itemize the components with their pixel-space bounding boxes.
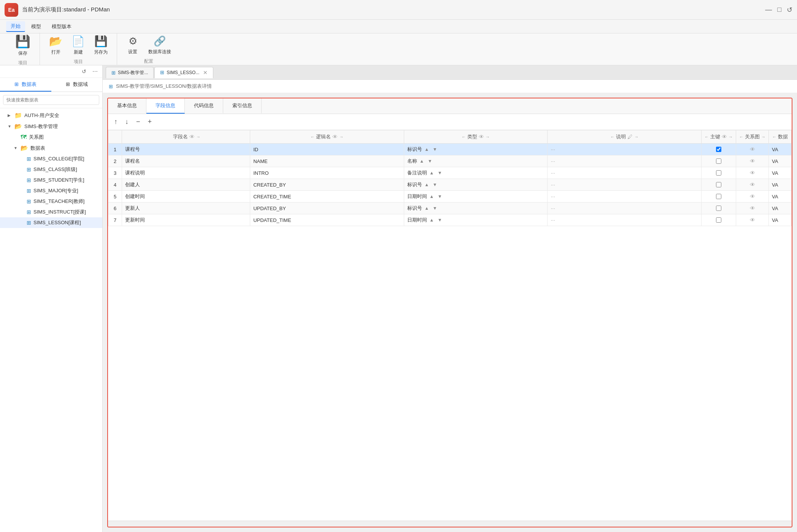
cell-pk[interactable] — [702, 167, 736, 179]
type-down-arrow[interactable]: ▼ — [437, 217, 443, 223]
tree-item-tables[interactable]: ▼ 📂 数据表 — [0, 142, 102, 154]
th-pk-left[interactable]: ← — [705, 135, 709, 139]
cell-desc[interactable]: ··· — [548, 179, 702, 191]
table-row[interactable]: 1 课程号 ID 标识号 ▲ ▼ ··· 👁 VA — [108, 144, 792, 155]
cell-fieldname[interactable]: 更新人 — [122, 203, 250, 214]
th-desc-eye[interactable]: 🖊 — [627, 134, 633, 140]
pk-checkbox[interactable] — [716, 182, 721, 187]
type-up-arrow[interactable]: ▲ — [428, 170, 435, 176]
cell-rel[interactable]: 👁 — [736, 155, 769, 167]
cell-rel[interactable]: 👁 — [736, 179, 769, 191]
tree-item-sims[interactable]: ▼ 📂 SIMS-教学管理 — [0, 121, 102, 132]
cell-rel[interactable]: 👁 — [736, 167, 769, 179]
th-logical-left[interactable]: ← — [310, 135, 314, 139]
cell-rel[interactable]: 👁 — [736, 214, 769, 226]
type-down-arrow[interactable]: ▼ — [437, 170, 443, 176]
th-pk-right[interactable]: → — [729, 135, 733, 139]
desc-dots[interactable]: ··· — [551, 193, 555, 200]
tree-item-relation[interactable]: ▶ 🗺 关系图 — [0, 132, 102, 142]
rel-eye-icon[interactable]: 👁 — [750, 193, 755, 200]
rel-eye-icon[interactable]: 👁 — [750, 205, 755, 211]
cell-type[interactable]: 名称 ▲ ▼ — [404, 155, 548, 167]
cell-desc[interactable]: ··· — [548, 144, 702, 155]
desc-dots[interactable]: ··· — [551, 158, 555, 164]
th-fieldname-eye[interactable]: 👁 — [189, 134, 195, 140]
pk-checkbox[interactable] — [716, 170, 721, 176]
cell-rel[interactable]: 👁 — [736, 203, 769, 214]
tree-item-instruct[interactable]: ⊞ SIMS_INSTRUCT[授课] — [0, 207, 102, 217]
tree-item-college[interactable]: ⊞ SIMS_COLLEGE[学院] — [0, 154, 102, 164]
tab-datafield[interactable]: ⊞ 数据域 — [51, 78, 103, 92]
tab-lesson[interactable]: ⊞ SIMS_LESSO... ✕ — [154, 67, 213, 78]
open-button[interactable]: 📂 打开 — [46, 33, 65, 57]
menu-version[interactable]: 模型版本 — [47, 22, 76, 32]
menu-model[interactable]: 模型 — [27, 22, 46, 32]
cell-desc[interactable]: ··· — [548, 191, 702, 203]
tab-lesson-close[interactable]: ✕ — [203, 70, 208, 76]
type-up-arrow[interactable]: ▲ — [423, 182, 430, 187]
add-field-button[interactable]: + — [146, 117, 154, 127]
th-fieldname-right[interactable]: → — [196, 135, 200, 139]
type-down-arrow[interactable]: ▼ — [437, 194, 443, 199]
window-controls[interactable]: — □ ↺ — [765, 6, 792, 14]
type-up-arrow[interactable]: ▲ — [428, 194, 435, 199]
rel-eye-icon[interactable]: 👁 — [750, 158, 755, 164]
tree-item-class[interactable]: ⊞ SIMS_CLASS[班级] — [0, 164, 102, 175]
save-button[interactable]: 💾 保存 — [12, 33, 33, 58]
cell-pk[interactable] — [702, 203, 736, 214]
cell-desc[interactable]: ··· — [548, 203, 702, 214]
delete-field-button[interactable]: − — [135, 117, 142, 127]
pk-checkbox[interactable] — [716, 194, 721, 199]
table-row[interactable]: 7 更新时间 UPDATED_TIME 日期时间 ▲ ▼ ··· 👁 VA — [108, 214, 792, 226]
th-type-right[interactable]: → — [486, 135, 490, 139]
sidebar-refresh-button[interactable]: ↺ — [80, 68, 88, 75]
sidebar-dots-button[interactable]: ⋯ — [91, 68, 99, 75]
cell-logicalname[interactable]: CREATED_TIME — [250, 191, 404, 203]
move-up-button[interactable]: ↑ — [113, 117, 119, 127]
table-row[interactable]: 2 课程名 NAME 名称 ▲ ▼ ··· 👁 VA — [108, 155, 792, 167]
desc-dots[interactable]: ··· — [551, 170, 555, 176]
type-down-arrow[interactable]: ▼ — [432, 206, 438, 211]
cell-fieldname[interactable]: 课程说明 — [122, 167, 250, 179]
cell-fieldname[interactable]: 课程号 — [122, 144, 250, 155]
th-desc-left[interactable]: ← — [610, 135, 614, 139]
tab-datatable[interactable]: ⊞ 数据表 — [0, 78, 51, 92]
tree-item-teacher[interactable]: ⊞ SIMS_TEACHER[教师] — [0, 196, 102, 207]
refresh-button[interactable]: ↺ — [787, 6, 792, 14]
cell-fieldname[interactable]: 创建人 — [122, 179, 250, 191]
desc-dots[interactable]: ··· — [551, 205, 555, 211]
cell-type[interactable]: 日期时间 ▲ ▼ — [404, 191, 548, 203]
type-up-arrow[interactable]: ▲ — [423, 147, 430, 152]
inner-tab-index[interactable]: 索引信息 — [223, 98, 262, 114]
cell-fieldname[interactable]: 更新时间 — [122, 214, 250, 226]
th-data-left[interactable]: ← — [772, 135, 776, 139]
th-type-left[interactable]: ← — [462, 135, 466, 139]
th-desc-right[interactable]: → — [634, 135, 638, 139]
cell-pk[interactable] — [702, 214, 736, 226]
cell-desc[interactable]: ··· — [548, 214, 702, 226]
dbconnect-button[interactable]: 🔗 数据库连接 — [145, 34, 174, 57]
th-pk-eye[interactable]: 👁 — [722, 134, 727, 140]
rel-eye-icon[interactable]: 👁 — [750, 146, 755, 152]
cell-type[interactable]: 标识号 ▲ ▼ — [404, 144, 548, 155]
scrollbar-area[interactable] — [108, 521, 792, 527]
cell-desc[interactable]: ··· — [548, 167, 702, 179]
cell-type[interactable]: 标识号 ▲ ▼ — [404, 179, 548, 191]
cell-desc[interactable]: ··· — [548, 155, 702, 167]
cell-pk[interactable] — [702, 144, 736, 155]
th-type-eye[interactable]: 👁 — [479, 134, 484, 140]
maximize-button[interactable]: □ — [777, 6, 781, 14]
th-logical-right[interactable]: → — [339, 135, 343, 139]
cell-rel[interactable]: 👁 — [736, 191, 769, 203]
cell-type[interactable]: 日期时间 ▲ ▼ — [404, 214, 548, 226]
search-input[interactable] — [3, 95, 99, 105]
cell-type[interactable]: 备注说明 ▲ ▼ — [404, 167, 548, 179]
settings-button[interactable]: ⚙ 设置 — [123, 34, 142, 57]
table-row[interactable]: 6 更新人 UPDATED_BY 标识号 ▲ ▼ ··· 👁 VA — [108, 203, 792, 214]
cell-fieldname[interactable]: 创建时间 — [122, 191, 250, 203]
tab-mgmt[interactable]: ⊞ SIMS-教学管... — [106, 67, 154, 78]
pk-checkbox[interactable] — [716, 158, 721, 164]
th-rel-right[interactable]: → — [761, 135, 765, 139]
type-down-arrow[interactable]: ▼ — [432, 147, 438, 152]
table-row[interactable]: 5 创建时间 CREATED_TIME 日期时间 ▲ ▼ ··· 👁 VA — [108, 191, 792, 203]
